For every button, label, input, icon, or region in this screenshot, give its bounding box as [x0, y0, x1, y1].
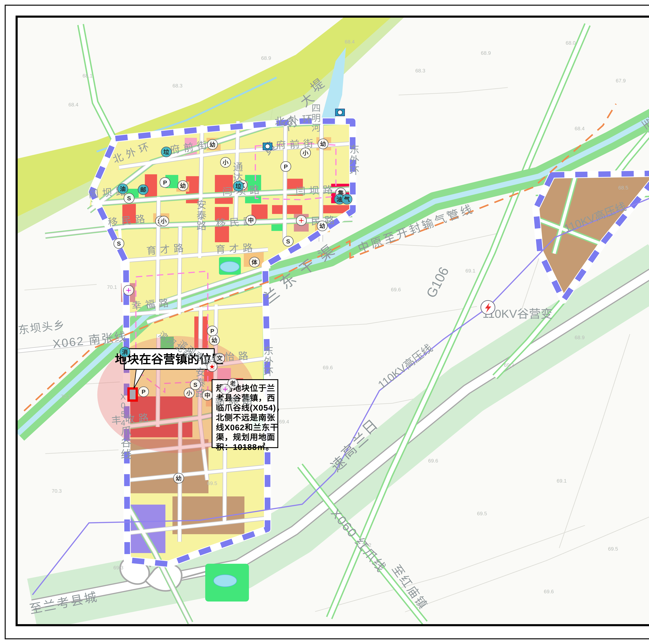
spot-elevation: 67.9: [616, 78, 626, 84]
map-icon-glyph: 幼: [211, 337, 217, 343]
spot-elevation: 68.5: [618, 185, 629, 190]
map-icon-glyph: 老: [230, 380, 236, 387]
spot-elevation: 69.1: [557, 478, 567, 484]
map-label: X060 红爪线: [328, 506, 389, 575]
map-label: 新苑路: [215, 395, 256, 408]
map-icon-glyph: 幼: [319, 223, 325, 229]
map-icon-glyph: 垃: [235, 183, 242, 189]
park-pond: [220, 262, 239, 272]
map-icon-glyph: 幼: [176, 475, 182, 481]
spot-elevation: 68.9: [481, 50, 491, 56]
map-icon-glyph: ★: [209, 363, 215, 370]
map-icon-glyph: 中: [248, 217, 254, 224]
map-icon-glyph: 体: [252, 259, 258, 266]
parcel-marker: [129, 388, 137, 401]
map-icon-glyph: 小: [223, 159, 228, 166]
map-icon-glyph: 邮: [140, 187, 146, 193]
map-icon-glyph: P: [142, 388, 145, 395]
map-icon-glyph: 幼: [180, 182, 186, 189]
spot-elevation: 68.1: [83, 73, 93, 79]
map-icon-glyph: ＋: [298, 217, 304, 224]
map-label: 至东坝头乡: [18, 319, 66, 338]
map-label: 府前街: [276, 138, 317, 151]
map-icon-glyph: S: [117, 240, 121, 247]
spot-elevation: 68.4: [345, 39, 355, 45]
map-label: 闫坝路: [295, 184, 337, 197]
map-icon-glyph: S: [127, 195, 131, 201]
spot-elevation: 70.1: [107, 284, 117, 290]
map-icon-glyph: P: [210, 328, 214, 334]
spot-elevation: 69.2: [504, 362, 514, 368]
info-box-line: 积：10188㎡。: [216, 443, 274, 452]
spot-elevation: 70.3: [52, 488, 62, 494]
spot-elevation: 69.6: [544, 589, 554, 594]
south-pond: [214, 575, 237, 587]
spot-elevation: 68.9: [575, 335, 585, 340]
spot-elevation: 69.6: [323, 365, 333, 370]
spot-elevation: 68.3: [415, 68, 425, 74]
map-label: 育才路: [215, 242, 257, 255]
map-label: 东外环: [349, 144, 359, 176]
map-label: 安泰路: [197, 199, 207, 231]
map-icon-glyph: P: [163, 179, 167, 186]
map-area: 地块在谷营镇的位置 规划地块位于兰考县谷营镇，西临爪谷线(X054)，北侧不远是…: [18, 18, 649, 624]
info-box-line: 渠，规划用地面: [216, 433, 275, 442]
map-canvas: 地块在谷营镇的位置 规划地块位于兰考县谷营镇，西临爪谷线(X054)，北侧不远是…: [18, 18, 649, 624]
spot-elevation: 68.4: [69, 102, 78, 107]
map-icon-glyph: 垃: [163, 149, 169, 155]
spot-elevation: 68.9: [261, 55, 271, 61]
spot-elevation: 68.3: [173, 83, 182, 89]
spot-elevation: 69.6: [428, 458, 438, 463]
map-label: G106: [423, 265, 452, 300]
spot-elevation: 69.4: [279, 419, 289, 424]
map-icon-glyph: ＋: [222, 386, 228, 393]
info-box-line: 北侧不远是南张: [216, 413, 275, 422]
map-icon-glyph: 小: [302, 150, 308, 156]
plan-sheet: { "title_strip": { "text": "兰考县 GT2018-9…: [0, 0, 649, 644]
spot-elevation: 68.0: [566, 40, 576, 46]
map-icon-glyph: ＋: [126, 287, 131, 294]
map-label: 110KV高压线: [376, 342, 435, 391]
map-label: 东外环: [264, 346, 274, 377]
map-icon-glyph: 小: [186, 390, 192, 397]
spot-elevation: 69.5: [477, 511, 487, 516]
spot-elevation: 69.5: [207, 480, 217, 486]
map-icon-glyph: 小: [161, 218, 167, 225]
map-icon-glyph: 幼: [210, 141, 215, 148]
map-icon-glyph: 油: [120, 186, 126, 192]
map-icon-glyph: 文: [217, 355, 223, 362]
map-icon-glyph: 中: [205, 392, 210, 399]
info-box-line: 线X062和兰东干: [216, 423, 278, 432]
map-icon-glyph: S: [286, 238, 290, 244]
spot-elevation: 70.1: [61, 394, 71, 400]
spot-elevation: 69.3: [113, 565, 123, 570]
map-label: X054: [121, 392, 126, 427]
spot-elevation: 69.6: [391, 287, 401, 292]
map-icon-glyph: 消: [122, 349, 128, 355]
spot-elevation: 69.1: [466, 268, 475, 274]
map-icon-glyph: 幼: [320, 141, 326, 147]
map-icon-glyph: 气: [344, 196, 350, 202]
map-icon-glyph: P: [284, 164, 288, 170]
sheet-main-frame: 地块在谷营镇的位置 规划地块位于兰考县谷营镇，西临爪谷线(X054)，北侧不远是…: [15, 15, 649, 626]
map-label: 爪谷线: [121, 425, 132, 460]
spot-elevation: 68.4: [575, 126, 585, 131]
spot-elevation: 69.5: [608, 546, 618, 552]
map-icon-glyph: S: [193, 382, 197, 388]
